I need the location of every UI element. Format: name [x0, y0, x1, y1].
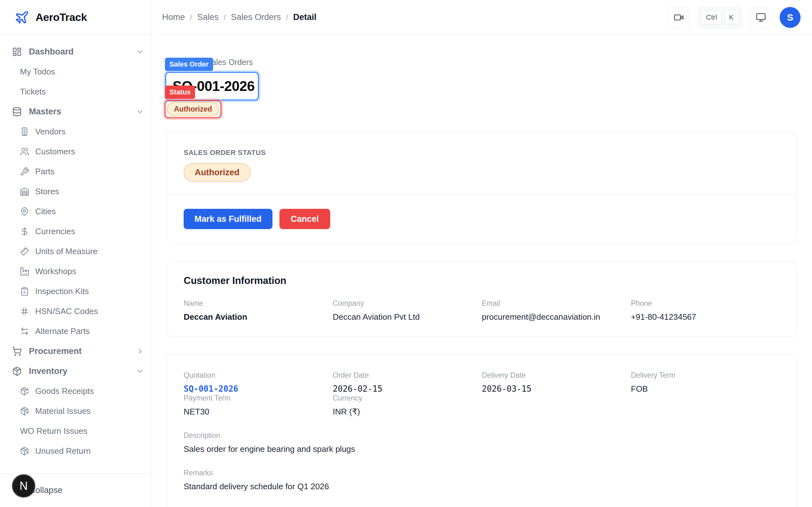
factory-icon	[20, 267, 29, 276]
customer-information-card: Customer Information Name Deccan Aviatio…	[167, 262, 797, 337]
swap-arrows-icon	[20, 327, 29, 336]
sidebar-item-label: Parts	[35, 167, 55, 176]
field-value: Sales order for engine bearing and spark…	[184, 444, 780, 454]
field-value: procurement@deccanaviation.in	[482, 312, 631, 322]
sidebar-item-stores[interactable]: Stores	[0, 181, 152, 202]
warehouse-icon	[20, 187, 29, 196]
display-mode-button[interactable]	[751, 7, 771, 28]
dev-tools-badge[interactable]: N	[12, 474, 35, 498]
field-label: Description	[184, 431, 780, 440]
field-label: Company	[333, 299, 482, 308]
breadcrumb-home[interactable]: Home	[162, 12, 185, 22]
annotation-label-status: Status	[165, 86, 195, 99]
cancel-button[interactable]: Cancel	[280, 209, 331, 229]
package-check-icon	[20, 387, 29, 396]
field-label: Quotation	[184, 371, 333, 380]
chevron-right-icon	[136, 347, 144, 355]
page-subtitle: Sales Orders	[206, 58, 253, 67]
order-fields-row1: Quotation SQ-001-2026 Order Date 2026-02…	[184, 371, 780, 394]
field-payment-term: Payment Term NET30	[184, 394, 333, 417]
mark-as-fulfilled-button[interactable]: Mark as Fulfilled	[184, 209, 272, 229]
layout-dashboard-icon	[12, 47, 22, 57]
annotation-box-status: Authorized	[165, 100, 221, 118]
user-avatar[interactable]: S	[780, 7, 801, 28]
breadcrumb-sales[interactable]: Sales	[197, 12, 219, 22]
sidebar-item-goods-receipts[interactable]: Goods Receipts	[0, 381, 152, 401]
breadcrumb-detail: Detail	[293, 12, 316, 22]
field-value: +91-80-41234567	[631, 312, 780, 322]
field-value: NET30	[184, 407, 333, 417]
status-section-heading: SALES ORDER STATUS	[184, 149, 780, 157]
sidebar-item-label: Goods Receipts	[35, 386, 94, 396]
hash-icon	[20, 307, 29, 316]
sidebar-item-label: Tickets	[20, 87, 46, 97]
sidebar-item-my-todos[interactable]: My Todos	[0, 62, 152, 82]
sidebar-item-label: Masters	[29, 107, 61, 117]
building-icon	[20, 127, 29, 136]
sidebar-item-label: Currencies	[35, 227, 75, 236]
chevron-down-icon	[136, 367, 144, 376]
sidebar-item-cities[interactable]: Cities	[0, 202, 152, 222]
order-details-card: Quotation SQ-001-2026 Order Date 2026-02…	[167, 354, 797, 507]
field-order-date: Order Date 2026-02-15	[333, 371, 482, 394]
map-pin-icon	[20, 207, 29, 216]
sidebar-item-vendors[interactable]: Vendors	[0, 122, 152, 142]
database-icon	[12, 107, 22, 117]
field-label: Currency	[333, 394, 482, 402]
sales-order-status-card: SALES ORDER STATUS Authorized Mark as Fu…	[167, 132, 797, 243]
breadcrumb-sales-orders[interactable]: Sales Orders	[231, 12, 281, 22]
field-label: Delivery Term	[631, 371, 780, 380]
app-name: AeroTrack	[36, 11, 87, 23]
command-palette-shortcut[interactable]: Ctrl K	[698, 7, 742, 28]
sidebar-item-inspection-kits[interactable]: Inspection Kits	[0, 281, 152, 301]
field-value: Deccan Aviation Pvt Ltd	[333, 312, 482, 322]
monitor-icon	[756, 12, 766, 22]
sidebar-item-units-of-measure[interactable]: Units of Measure	[0, 241, 152, 262]
kbd-k: K	[724, 10, 738, 24]
sidebar-item-label: My Todos	[20, 67, 55, 77]
topbar: Home / Sales / Sales Orders / Detail Ctr…	[152, 0, 812, 35]
kbd-ctrl: Ctrl	[702, 10, 721, 24]
app-logo[interactable]: AeroTrack	[0, 0, 152, 35]
sidebar-item-dashboard[interactable]: Dashboard	[0, 42, 152, 62]
sidebar: AeroTrack DashboardMy TodosTicketsMaster…	[0, 0, 152, 507]
field-email: Email procurement@deccanaviation.in	[482, 299, 631, 322]
field-company: Company Deccan Aviation Pvt Ltd	[333, 299, 482, 322]
sidebar-nav: DashboardMy TodosTicketsMastersVendorsCu…	[0, 35, 152, 461]
field-delivery-date: Delivery Date 2026-03-15	[482, 371, 631, 394]
field-label: Payment Term	[184, 394, 333, 402]
package-icon	[12, 366, 22, 376]
sidebar-item-unused-return[interactable]: Unused Return	[0, 441, 152, 461]
sidebar-item-customers[interactable]: Customers	[0, 142, 152, 162]
field-delivery-term: Delivery Term FOB	[631, 371, 780, 394]
sidebar-item-wo-return-issues[interactable]: WO Return Issues	[0, 421, 152, 441]
sidebar-footer: Collapse N	[0, 473, 152, 507]
clipboard-check-icon	[20, 287, 29, 296]
field-value: INR (₹)	[333, 407, 482, 417]
screen-record-button[interactable]	[668, 7, 689, 28]
sidebar-item-tickets[interactable]: Tickets	[0, 82, 152, 102]
sidebar-item-label: Vendors	[35, 127, 65, 136]
chevron-down-icon	[136, 48, 144, 56]
sidebar-item-procurement[interactable]: Procurement	[0, 341, 152, 361]
topbar-controls: Ctrl K S	[668, 7, 801, 28]
sidebar-item-workshops[interactable]: Workshops	[0, 262, 152, 281]
status-section: SALES ORDER STATUS Authorized	[167, 132, 797, 194]
sidebar-item-masters[interactable]: Masters	[0, 102, 152, 122]
breadcrumb: Home / Sales / Sales Orders / Detail	[162, 12, 316, 22]
sidebar-item-label: Customers	[35, 147, 75, 157]
sidebar-item-label: Stores	[35, 187, 59, 196]
page-title-block: Sales Orders Sales Order SO-001-2026 Sta…	[152, 35, 812, 132]
field-value: 2026-03-15	[482, 384, 631, 394]
customer-card-heading: Customer Information	[184, 275, 780, 286]
quotation-link[interactable]: SQ-001-2026	[184, 384, 333, 394]
dollar-icon	[20, 227, 29, 236]
sidebar-item-hsn-sac-codes[interactable]: HSN/SAC Codes	[0, 301, 152, 321]
sidebar-item-material-issues[interactable]: Material Issues	[0, 401, 152, 421]
sidebar-item-alternate-parts[interactable]: Alternate Parts	[0, 321, 152, 341]
sidebar-item-label: Alternate Parts	[35, 326, 90, 336]
sidebar-item-parts[interactable]: Parts	[0, 162, 152, 181]
sidebar-item-label: WO Return Issues	[20, 426, 87, 436]
sidebar-item-inventory[interactable]: Inventory	[0, 361, 152, 381]
sidebar-item-currencies[interactable]: Currencies	[0, 222, 152, 241]
